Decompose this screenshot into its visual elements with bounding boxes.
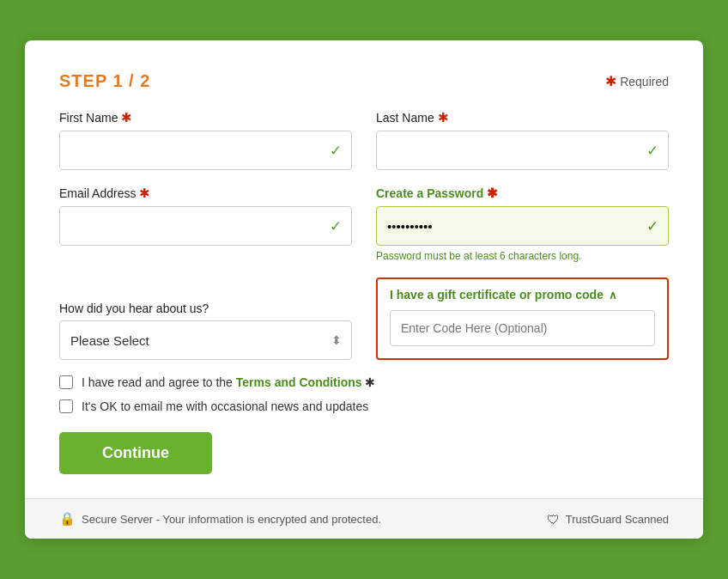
email-required-icon: ✱ xyxy=(139,186,150,201)
promo-chevron-icon: ∧ xyxy=(609,289,617,302)
password-input-wrap: ✓ xyxy=(376,206,669,246)
password-check-icon: ✓ xyxy=(646,217,658,235)
trust-text: 🛡 TrustGuard Scanned xyxy=(547,512,669,527)
promo-section: I have a gift certificate or promo code … xyxy=(376,277,669,360)
promo-code-input[interactable] xyxy=(390,310,655,346)
terms-label: I have read and agree to the Terms and C… xyxy=(82,375,375,389)
password-label: Create a Password ✱ xyxy=(376,186,669,201)
last-name-input-wrap: ✓ xyxy=(376,131,669,170)
required-label: ✱ Required xyxy=(605,73,669,89)
first-name-check-icon: ✓ xyxy=(330,142,342,160)
checkbox-section: I have read and agree to the Terms and C… xyxy=(59,375,669,413)
password-hint: Password must be at least 6 characters l… xyxy=(376,250,669,262)
email-checkbox-row: It's OK to email me with occasional news… xyxy=(59,399,669,413)
last-name-check-icon: ✓ xyxy=(646,142,658,160)
terms-link[interactable]: Terms and Conditions xyxy=(236,375,362,389)
terms-checkbox[interactable] xyxy=(59,375,73,389)
password-col: Create a Password ✱ ✓ Password must be a… xyxy=(376,186,669,262)
password-input[interactable] xyxy=(376,206,669,246)
lock-icon: 🔒 xyxy=(59,511,76,527)
email-updates-label: It's OK to email me with occasional news… xyxy=(82,399,368,413)
step-label: STEP 1 / 2 xyxy=(59,71,150,91)
email-input-wrap: ✓ xyxy=(59,206,352,246)
email-check-icon: ✓ xyxy=(330,217,342,235)
first-name-label: First Name ✱ xyxy=(59,110,352,125)
shield-icon: 🛡 xyxy=(547,512,560,527)
password-required-icon: ✱ xyxy=(487,186,498,201)
promo-col: I have a gift certificate or promo code … xyxy=(376,277,669,360)
last-name-required-icon: ✱ xyxy=(438,110,449,125)
first-name-input-wrap: ✓ xyxy=(59,131,352,170)
last-name-label: Last Name ✱ xyxy=(376,110,669,125)
email-col: Email Address ✱ ✓ xyxy=(59,186,352,262)
how-heard-col: How did you hear about us? Please Select… xyxy=(59,302,352,360)
footer-bar: 🔒 Secure Server - Your information is en… xyxy=(25,498,703,539)
terms-required-icon: ✱ xyxy=(365,375,375,389)
continue-button[interactable]: Continue xyxy=(59,432,212,474)
email-updates-checkbox[interactable] xyxy=(59,399,73,413)
required-star-icon: ✱ xyxy=(605,73,616,89)
last-name-col: Last Name ✱ ✓ xyxy=(376,110,669,170)
how-promo-row: How did you hear about us? Please Select… xyxy=(59,277,669,360)
how-heard-select[interactable]: Please Select Google Facebook Friend Oth… xyxy=(59,320,352,360)
email-label: Email Address ✱ xyxy=(59,186,352,201)
first-name-required-icon: ✱ xyxy=(121,110,132,125)
first-name-input[interactable] xyxy=(59,131,352,170)
registration-card: STEP 1 / 2 ✱ Required First Name ✱ ✓ Las… xyxy=(25,40,703,539)
email-input[interactable] xyxy=(59,206,352,246)
name-row: First Name ✱ ✓ Last Name ✱ ✓ xyxy=(59,110,669,170)
email-password-row: Email Address ✱ ✓ Create a Password ✱ ✓ … xyxy=(59,186,669,262)
header-row: STEP 1 / 2 ✱ Required xyxy=(59,71,669,91)
how-heard-label: How did you hear about us? xyxy=(59,302,352,315)
how-heard-select-wrap: Please Select Google Facebook Friend Oth… xyxy=(59,320,352,360)
terms-checkbox-row: I have read and agree to the Terms and C… xyxy=(59,375,669,389)
secure-text: 🔒 Secure Server - Your information is en… xyxy=(59,511,381,527)
promo-toggle[interactable]: I have a gift certificate or promo code … xyxy=(390,288,655,302)
last-name-input[interactable] xyxy=(376,131,669,170)
first-name-col: First Name ✱ ✓ xyxy=(59,110,352,170)
